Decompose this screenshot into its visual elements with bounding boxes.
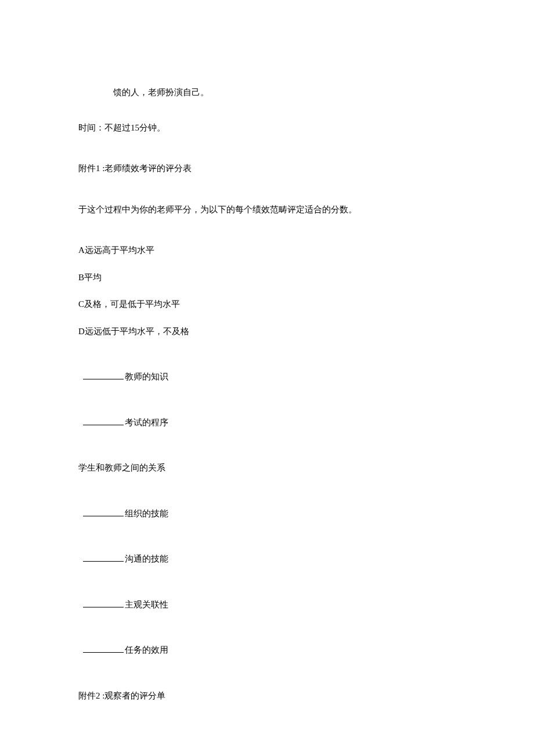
blank-field[interactable] bbox=[83, 599, 124, 607]
scale-d: D远远低于平均水平，不及格 bbox=[78, 325, 456, 338]
rating-item-row: 任务的效用 bbox=[78, 643, 456, 657]
scale-c: C及格，可是低于平均水平 bbox=[78, 298, 456, 311]
rating-item-label: 学生和教师之间的关系 bbox=[78, 463, 165, 472]
document-page: 馈的人，老师扮演自己。 时间：不超过15分钟。 附件1 :老师绩效考评的评分表 … bbox=[0, 0, 534, 756]
rating-item-label: 教师的知识 bbox=[125, 372, 168, 381]
rating-item-row: 主观关联性 bbox=[78, 598, 456, 612]
rating-instruction: 于这个过程中为你的老师平分，为以下的每个绩效范畴评定适合的分数。 bbox=[78, 203, 456, 216]
rating-item-row: 教师的知识 bbox=[78, 370, 456, 384]
rating-item-label: 主观关联性 bbox=[125, 600, 168, 609]
blank-field[interactable] bbox=[83, 508, 124, 516]
blank-field[interactable] bbox=[83, 417, 124, 425]
rating-item-row: 组织的技能 bbox=[78, 507, 456, 520]
rating-item-row: 沟通的技能 bbox=[78, 552, 456, 566]
rating-item-label: 组织的技能 bbox=[125, 509, 168, 518]
rating-item-row: 考试的程序 bbox=[78, 416, 456, 429]
scale-a: A远远高于平均水平 bbox=[78, 244, 456, 257]
attachment1-title: 附件1 :老师绩效考评的评分表 bbox=[78, 162, 456, 175]
continuation-fragment: 馈的人，老师扮演自己。 bbox=[113, 86, 456, 99]
rating-item-label: 考试的程序 bbox=[125, 418, 168, 427]
blank-field[interactable] bbox=[83, 554, 124, 562]
rating-item-label: 沟通的技能 bbox=[125, 554, 168, 563]
blank-field[interactable] bbox=[83, 371, 124, 380]
rating-item-label: 任务的效用 bbox=[125, 645, 168, 654]
attachment2-title: 附件2 :观察者的评分单 bbox=[78, 689, 456, 703]
blank-field[interactable] bbox=[83, 645, 124, 653]
scale-b: B平均 bbox=[78, 271, 456, 284]
time-line: 时间：不超过15分钟。 bbox=[78, 121, 456, 135]
rating-item-row: 学生和教师之间的关系 bbox=[78, 461, 456, 475]
